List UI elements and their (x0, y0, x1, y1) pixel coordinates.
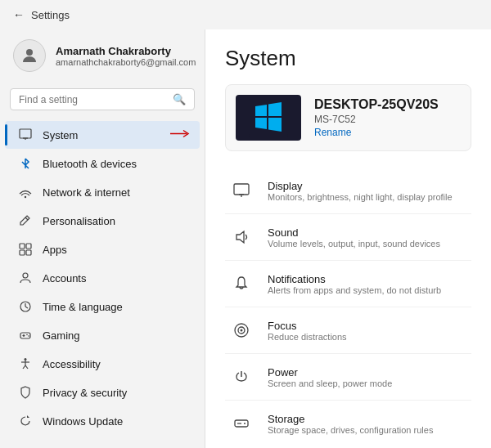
sidebar-item-label: Privacy & security (43, 387, 127, 399)
svg-point-20 (25, 358, 27, 361)
settings-text-group: DisplayMonitors, brightness, night light… (268, 180, 453, 202)
settings-label: Notifications (268, 273, 441, 285)
svg-point-11 (23, 273, 28, 278)
svg-point-18 (26, 334, 28, 336)
settings-list: DisplayMonitors, brightness, night light… (225, 168, 471, 446)
search-input[interactable] (19, 94, 168, 105)
sidebar: Amarnath Chakraborty amarnathchakraborty… (0, 29, 205, 448)
bluetooth-icon (18, 156, 33, 171)
svg-point-19 (28, 335, 29, 337)
sidebar-item-gaming[interactable]: Gaming (5, 321, 200, 349)
svg-marker-29 (236, 231, 244, 243)
device-card: DESKTOP-25QV20S MS-7C52 Rename (225, 84, 471, 151)
settings-desc: Volume levels, output, input, sound devi… (268, 239, 440, 249)
sidebar-item-system[interactable]: System (5, 121, 200, 149)
svg-rect-7 (20, 244, 25, 249)
svg-rect-9 (20, 250, 25, 255)
sidebar-item-label: Time & language (43, 301, 123, 313)
sidebar-item-bluetooth[interactable]: Bluetooth & devices (5, 150, 200, 177)
sidebar-item-privacy[interactable]: Privacy & security (5, 379, 200, 406)
search-box[interactable]: 🔍 (10, 88, 195, 110)
update-icon (18, 414, 33, 428)
svg-rect-26 (234, 184, 249, 195)
sidebar-item-time[interactable]: Time & language (5, 293, 200, 320)
device-name: DESKTOP-25QV20S (314, 97, 439, 112)
settings-desc: Reduce distractions (268, 332, 347, 342)
page-title: System (225, 46, 471, 71)
accounts-icon (18, 271, 33, 285)
sidebar-item-accounts[interactable]: Accounts (5, 264, 200, 292)
network-icon (18, 185, 33, 199)
sidebar-item-network[interactable]: Network & internet (5, 178, 200, 206)
settings-text-group: NotificationsAlerts from apps and system… (268, 273, 441, 295)
sidebar-item-label: Accessibility (43, 358, 101, 370)
settings-label: Power (268, 366, 392, 379)
app-window: ← Settings Amarnath Chakraborty amarnath… (0, 0, 491, 448)
svg-line-24 (25, 365, 28, 369)
settings-item-sound[interactable]: SoundVolume levels, output, input, sound… (225, 214, 471, 261)
sidebar-item-label: System (43, 129, 78, 141)
svg-point-32 (241, 329, 243, 332)
settings-item-focus[interactable]: FocusReduce distractions (225, 307, 471, 354)
sidebar-item-label: Windows Update (43, 415, 123, 428)
user-name: Amarnath Chakraborty (56, 45, 196, 57)
svg-line-23 (23, 365, 25, 369)
device-rename-link[interactable]: Rename (314, 127, 439, 138)
user-profile[interactable]: Amarnath Chakraborty amarnathchakraborty… (0, 29, 205, 82)
privacy-icon (18, 385, 33, 400)
gaming-icon (18, 328, 33, 343)
svg-line-14 (25, 307, 28, 308)
settings-text-group: PowerScreen and sleep, power mode (268, 366, 392, 388)
storage-settings-icon (228, 410, 255, 437)
settings-desc: Monitors, brightness, night light, displ… (268, 192, 453, 202)
sidebar-item-label: Apps (43, 244, 67, 256)
search-icon: 🔍 (173, 93, 186, 105)
sidebar-item-label: Bluetooth & devices (43, 158, 137, 170)
user-info: Amarnath Chakraborty amarnathchakraborty… (56, 45, 196, 67)
apps-icon (18, 242, 33, 257)
sound-settings-icon (228, 224, 255, 250)
settings-label: Storage (268, 413, 433, 425)
settings-item-notifications[interactable]: NotificationsAlerts from apps and system… (225, 261, 471, 307)
avatar (13, 39, 46, 72)
window-title: Settings (31, 9, 70, 21)
sidebar-item-label: Network & internet (43, 186, 130, 199)
sidebar-item-update[interactable]: Windows Update (5, 407, 200, 435)
sidebar-item-accessibility[interactable]: Accessibility (5, 350, 200, 378)
settings-desc: Storage space, drives, configuration rul… (268, 425, 433, 435)
settings-label: Sound (268, 226, 440, 239)
power-settings-icon (228, 364, 255, 390)
back-button[interactable]: ← (13, 8, 25, 21)
settings-item-power[interactable]: PowerScreen and sleep, power mode (225, 354, 471, 401)
settings-item-storage[interactable]: StorageStorage space, drives, configurat… (225, 401, 471, 446)
device-info: DESKTOP-25QV20S MS-7C52 Rename (314, 97, 439, 138)
settings-text-group: SoundVolume levels, output, input, sound… (268, 226, 440, 249)
time-icon (18, 299, 33, 314)
sidebar-item-label: Accounts (43, 272, 86, 284)
sidebar-item-label: Gaming (43, 329, 80, 342)
settings-item-display[interactable]: DisplayMonitors, brightness, night light… (225, 168, 471, 214)
device-thumbnail (236, 95, 301, 141)
settings-text-group: FocusReduce distractions (268, 320, 347, 342)
focus-settings-icon (228, 317, 255, 343)
nav-list: System Bluetooth & devicesNetwork & inte… (0, 117, 205, 439)
svg-line-6 (25, 217, 28, 220)
settings-text-group: StorageStorage space, drives, configurat… (268, 413, 433, 435)
sidebar-item-apps[interactable]: Apps (5, 235, 200, 263)
main-content: System DESKTOP-25QV20S MS-7C52 (205, 29, 491, 448)
accessibility-icon (18, 356, 33, 371)
personalisation-icon (18, 213, 33, 228)
system-icon (18, 128, 33, 142)
settings-desc: Screen and sleep, power mode (268, 379, 392, 388)
device-model: MS-7C52 (314, 114, 439, 125)
svg-rect-10 (26, 250, 31, 255)
sidebar-item-label: Personalisation (43, 215, 115, 227)
sidebar-item-personalisation[interactable]: Personalisation (5, 207, 200, 235)
title-bar: ← Settings (0, 0, 491, 29)
settings-label: Display (268, 180, 453, 192)
user-email: amarnathchakraborty6@gmail.com (56, 57, 196, 67)
svg-point-5 (25, 196, 26, 198)
content-area: Amarnath Chakraborty amarnathchakraborty… (0, 29, 491, 448)
svg-rect-8 (26, 244, 31, 249)
svg-point-0 (26, 49, 33, 56)
